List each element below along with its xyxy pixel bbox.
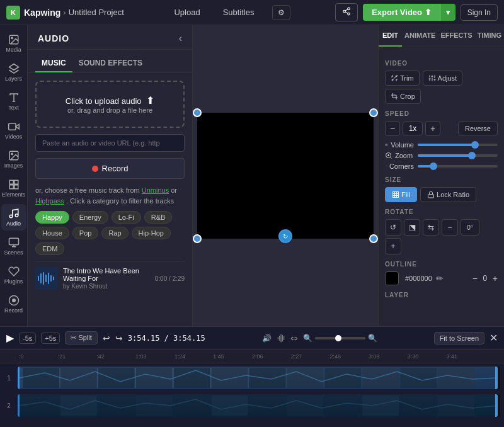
svg-rect-59	[98, 368, 135, 388]
sidebar-item-record[interactable]: Record	[1, 291, 26, 317]
track-clip-2[interactable]	[18, 394, 498, 417]
sidebar-item-videos[interactable]: Videos	[1, 117, 26, 144]
trim-button[interactable]: Trim	[385, 71, 420, 86]
upload-button[interactable]: Upload	[169, 5, 205, 20]
layer-section-label: LAYER	[385, 292, 498, 299]
zoom-thumb[interactable]	[468, 152, 476, 159]
fill-label: Fill	[401, 191, 410, 198]
volume-slider[interactable]	[418, 144, 498, 146]
genre-tag-energy[interactable]: Energy	[72, 211, 108, 224]
track-2-end-handle[interactable]	[495, 394, 498, 417]
collapse-panel-button[interactable]: ‹	[179, 33, 182, 44]
handle-bottom-left[interactable]	[193, 234, 202, 243]
play-button[interactable]: ▶	[6, 332, 14, 344]
split-button[interactable]: ✂ Split	[65, 331, 97, 344]
unminus-link[interactable]: Unminus	[142, 186, 169, 194]
rotate-dec-button[interactable]: −	[442, 219, 458, 236]
genre-tag-house[interactable]: House	[35, 227, 69, 239]
track-1-end-handle[interactable]	[495, 367, 498, 389]
video-buttons: Trim Adjust Crop	[385, 71, 498, 104]
sidebar-item-text[interactable]: Text	[1, 88, 26, 115]
corners-label: Corners	[385, 162, 414, 170]
crop-button[interactable]: Crop	[385, 89, 421, 104]
video-section-label: VIDEO	[385, 60, 498, 67]
track-clips-2[interactable]	[18, 394, 500, 417]
record-button[interactable]: Record	[35, 158, 185, 179]
fit-to-screen-button[interactable]: Fit to Screen	[434, 332, 484, 344]
outline-color-swatch[interactable]	[385, 271, 399, 285]
tab-edit[interactable]: EDIT	[379, 25, 402, 47]
tab-effects[interactable]: EFFECTS	[438, 25, 474, 47]
handle-top-left[interactable]	[193, 108, 202, 117]
zoom-out-icon: 🔍	[303, 334, 312, 343]
sidebar-item-layers[interactable]: Layers	[1, 59, 26, 86]
track-title: The Intro We Have Been Waiting For	[63, 267, 150, 282]
volume-row: Volume	[385, 141, 498, 149]
export-button[interactable]: Export Video ⬆	[363, 4, 440, 21]
redo-button[interactable]: ↪	[115, 333, 123, 343]
handle-top-right[interactable]	[369, 108, 378, 117]
rotate-ccw-button[interactable]: ↺	[385, 219, 401, 236]
subtitles-button[interactable]: Subtitles	[218, 5, 260, 20]
share-button[interactable]	[335, 3, 358, 21]
fill-button[interactable]: Fill	[385, 187, 417, 202]
settings-button[interactable]: ⚙	[272, 5, 290, 20]
undo-button[interactable]: ↩	[103, 333, 110, 343]
reverse-button[interactable]: Reverse	[458, 122, 498, 135]
zoom-track[interactable]	[315, 337, 365, 339]
rotate-inc-button[interactable]: +	[385, 238, 401, 254]
genre-tag-rap[interactable]: Rap	[101, 227, 128, 239]
zoom-slider[interactable]	[418, 154, 498, 157]
svg-rect-77	[287, 396, 323, 416]
rotate-handle[interactable]: ↻	[278, 229, 292, 243]
corners-slider[interactable]	[418, 165, 498, 168]
track-item[interactable]: The Intro We Have Been Waiting For by Ke…	[35, 261, 185, 295]
lock-ratio-button[interactable]: Lock Ratio	[420, 187, 476, 202]
adjust-button[interactable]: Adjust	[423, 71, 463, 86]
flip-h-button[interactable]: ⇆	[423, 219, 439, 236]
tab-music[interactable]: MUSIC	[35, 55, 72, 72]
volume-thumb[interactable]	[471, 141, 479, 149]
outline-increase-button[interactable]: +	[493, 274, 498, 283]
url-input[interactable]	[35, 134, 185, 152]
genre-tag-edm[interactable]: EDM	[35, 242, 64, 255]
zoom-track-thumb[interactable]	[335, 335, 341, 341]
sidebar-item-images[interactable]: Images	[1, 146, 26, 173]
genre-tag-happy[interactable]: Happy	[35, 211, 69, 224]
sidebar-item-elements[interactable]: Elements	[1, 175, 26, 202]
genre-tag-lofi[interactable]: Lo-Fi	[112, 211, 141, 224]
sidebar-label-scenes: Scenes	[4, 249, 23, 256]
genre-tag-pop[interactable]: Pop	[72, 227, 99, 239]
tab-timing[interactable]: TIMING	[475, 25, 505, 47]
genre-tag-hiphop[interactable]: Hip-Hop	[132, 227, 171, 239]
genre-tag-rnb[interactable]: R&B	[144, 211, 173, 224]
signin-button[interactable]: Sign In	[461, 4, 498, 21]
export-dropdown-button[interactable]: ▾	[440, 4, 455, 21]
timeline-ruler: :0 :21 :42 1:03 1:24 1:45 2:06 2:27 2:48…	[0, 350, 504, 363]
ruler-mark-206: 2:06	[252, 353, 291, 360]
sidebar-item-audio[interactable]: Audio	[1, 204, 26, 231]
speed-increase-button[interactable]: +	[425, 121, 440, 136]
corners-label-text: Corners	[389, 162, 414, 170]
sidebar-item-plugins[interactable]: Plugins	[1, 262, 26, 288]
sidebar-item-media[interactable]: Media	[1, 30, 26, 57]
tab-sound-effects[interactable]: SOUND EFFECTS	[72, 55, 149, 72]
skip-fwd-button[interactable]: +5s	[41, 333, 60, 344]
highpass-link[interactable]: Highpass	[35, 197, 64, 205]
sidebar-item-scenes[interactable]: Scenes	[1, 233, 26, 259]
outline-decrease-button[interactable]: −	[472, 274, 478, 283]
corners-thumb[interactable]	[430, 162, 437, 170]
flip-v-button[interactable]: ⬔	[404, 219, 420, 236]
tab-animate[interactable]: ANIMATE	[402, 25, 438, 47]
track-clip-1[interactable]	[18, 367, 498, 389]
ruler-mark-145: 1:45	[213, 353, 252, 360]
speed-decrease-button[interactable]: −	[385, 121, 400, 136]
track-clips-1[interactable]	[18, 367, 500, 389]
skip-back-button[interactable]: -5s	[19, 333, 36, 344]
topbar-center: Upload Subtitles ⚙	[124, 5, 335, 20]
handle-bottom-right[interactable]	[369, 234, 378, 243]
close-player-button[interactable]: ✕	[490, 332, 498, 344]
outline-row: #000000 ✏ − 0 +	[385, 271, 498, 285]
outline-paint-button[interactable]: ✏	[436, 273, 444, 283]
upload-area[interactable]: Click to upload audio ⬆ or, drag and dro…	[35, 81, 185, 128]
